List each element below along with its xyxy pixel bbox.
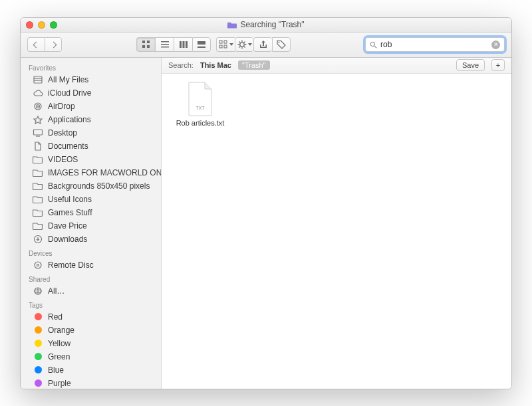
action-button[interactable] xyxy=(235,37,253,52)
scope-this-mac[interactable]: This Mac xyxy=(200,61,231,69)
document-icon: TXT xyxy=(186,82,214,116)
file-name: Rob articles.txt xyxy=(176,119,225,128)
search-icon xyxy=(370,41,377,49)
sidebar-item-label: Useful Icons xyxy=(48,195,92,204)
coverflow-view-button[interactable] xyxy=(192,37,211,52)
add-criteria-button[interactable]: + xyxy=(491,59,505,71)
sidebar-item[interactable]: Dave Price xyxy=(21,219,161,233)
sidebar-item[interactable]: Documents xyxy=(21,140,161,153)
svg-rect-13 xyxy=(198,47,205,48)
documents-icon xyxy=(33,142,43,151)
svg-point-40 xyxy=(37,264,39,266)
tags-button[interactable] xyxy=(272,37,291,52)
search-field[interactable]: ✕ xyxy=(365,37,505,52)
sidebar-item[interactable]: All… xyxy=(21,284,161,298)
sidebar-item[interactable]: IMAGES FOR MACWORLD ONLINE xyxy=(21,166,161,179)
sidebar-item-label: AirDrop xyxy=(48,102,75,111)
svg-rect-15 xyxy=(224,41,227,43)
svg-point-35 xyxy=(37,106,39,107)
zoom-button[interactable] xyxy=(50,21,57,29)
svg-point-28 xyxy=(370,42,374,46)
save-search-button[interactable]: Save xyxy=(456,59,485,71)
sidebar-header: Favorites xyxy=(21,60,161,73)
folder-icon xyxy=(33,168,43,177)
svg-rect-5 xyxy=(161,41,169,43)
sidebar-item[interactable]: All My Files xyxy=(21,73,161,86)
sidebar-item[interactable]: Green xyxy=(21,350,161,363)
sidebar-item-label: Desktop xyxy=(48,128,77,138)
svg-rect-9 xyxy=(182,41,184,48)
scope-current-folder[interactable]: "Trash" xyxy=(238,60,270,70)
sidebar-item-label: VIDEOS xyxy=(48,155,78,164)
list-icon xyxy=(160,40,170,49)
sidebar-item-label: Yellow xyxy=(48,339,70,348)
file-item[interactable]: TXT Rob articles.txt xyxy=(174,82,227,128)
sidebar-item-label: Blue xyxy=(48,365,64,375)
svg-rect-10 xyxy=(186,41,188,48)
folder-icon xyxy=(33,208,43,217)
svg-line-25 xyxy=(243,41,245,43)
nav-arrows xyxy=(27,37,62,52)
svg-rect-4 xyxy=(147,45,150,48)
chevron-left-icon xyxy=(33,41,40,48)
svg-point-18 xyxy=(239,43,243,47)
sidebar-item-label: iCloud Drive xyxy=(48,88,91,98)
svg-rect-1 xyxy=(142,41,145,43)
desktop-icon xyxy=(33,128,43,138)
arrange-icon xyxy=(219,40,228,49)
back-button[interactable] xyxy=(27,37,45,52)
svg-point-27 xyxy=(279,42,280,43)
search-input[interactable] xyxy=(380,40,488,49)
folder-icon xyxy=(33,195,43,204)
sidebar-item[interactable]: VIDEOS xyxy=(21,153,161,166)
svg-text:TXT: TXT xyxy=(196,106,205,110)
gear-icon xyxy=(237,40,247,49)
sidebar-item[interactable]: Remote Disc xyxy=(21,258,161,272)
window-title-text: Searching "Trash" xyxy=(240,20,304,29)
tag-icon xyxy=(33,365,43,375)
tag-icon xyxy=(33,326,43,335)
forward-button[interactable] xyxy=(45,37,62,52)
svg-rect-8 xyxy=(180,41,182,48)
minimize-button[interactable] xyxy=(38,21,45,29)
sidebar[interactable]: FavoritesAll My FilesiCloud DriveAirDrop… xyxy=(21,58,162,389)
sidebar-item[interactable]: Yellow xyxy=(21,337,161,350)
sidebar-item[interactable]: Red xyxy=(21,310,161,324)
arrange-button[interactable] xyxy=(216,37,235,52)
list-view-button[interactable] xyxy=(155,37,174,52)
clear-search-button[interactable]: ✕ xyxy=(491,41,500,49)
tag-icon xyxy=(277,40,286,49)
downloads-icon xyxy=(33,235,43,244)
sidebar-item[interactable]: iCloud Drive xyxy=(21,86,161,100)
share-button[interactable] xyxy=(253,37,272,52)
all-my-files-icon xyxy=(33,75,43,84)
column-view-button[interactable] xyxy=(174,37,192,52)
sidebar-item[interactable]: Downloads xyxy=(21,233,161,246)
sidebar-item-label: Documents xyxy=(48,142,88,151)
sidebar-item[interactable]: Games Stuff xyxy=(21,206,161,219)
svg-rect-7 xyxy=(161,47,169,48)
folder-icon xyxy=(33,221,43,231)
sidebar-item[interactable]: Blue xyxy=(21,363,161,377)
sidebar-item[interactable]: Backgrounds 850x450 pixels xyxy=(21,179,161,193)
titlebar: Searching "Trash" xyxy=(21,18,511,33)
sidebar-item[interactable]: AirDrop xyxy=(21,100,161,113)
folder-icon xyxy=(33,181,43,191)
chevron-right-icon xyxy=(50,41,57,48)
svg-rect-36 xyxy=(34,130,43,135)
sidebar-item[interactable]: Applications xyxy=(21,113,161,126)
svg-line-26 xyxy=(239,47,240,48)
window-body: FavoritesAll My FilesiCloud DriveAirDrop… xyxy=(21,58,511,389)
sidebar-item[interactable]: Purple xyxy=(21,377,161,389)
arrange-share-group xyxy=(216,37,291,52)
sidebar-header: Shared xyxy=(21,272,161,284)
icon-view-button[interactable] xyxy=(136,37,155,52)
close-button[interactable] xyxy=(26,21,33,29)
svg-line-24 xyxy=(243,47,245,48)
results-grid[interactable]: TXT Rob articles.txt xyxy=(162,74,511,389)
sidebar-item[interactable]: Orange xyxy=(21,324,161,337)
sidebar-item[interactable]: Useful Icons xyxy=(21,193,161,206)
sidebar-item-label: All My Files xyxy=(48,75,88,84)
sidebar-item[interactable]: Desktop xyxy=(21,126,161,140)
share-icon xyxy=(259,40,268,49)
